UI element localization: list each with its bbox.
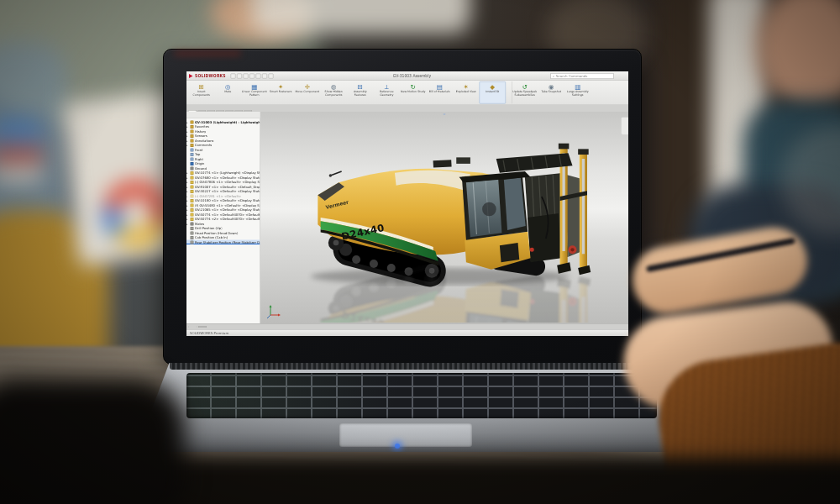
ribbon-button[interactable]: ✛ Move Component	[294, 81, 321, 104]
tree-item[interactable]: GV-10774 <1> (Lightweight) <Display Stat…	[186, 171, 260, 176]
ribbon-button[interactable]: ⟂ Reference Geometry	[374, 81, 401, 104]
status-bar: SOLIDWORKS Premium	[186, 330, 628, 337]
tree-item[interactable]: (f) GV-55480 <1> <Default> <Display Stat…	[186, 203, 260, 208]
ribbon-button[interactable]: ▦ Linear Component Pattern	[241, 81, 268, 104]
ribbon-button[interactable]: ◍ Show Hidden Components	[321, 81, 348, 104]
tree-item-icon	[191, 176, 194, 179]
tree-item-icon	[191, 194, 194, 197]
power-led	[395, 444, 400, 449]
tree-item-label: Drill Position (Up)	[195, 227, 223, 231]
tree-item-icon	[191, 231, 194, 234]
tree-item-label: Ground	[195, 166, 207, 171]
status-left-text: SOLIDWORKS Premium	[190, 331, 228, 335]
tree-item-label: (-) GV-07806 <1> <Default> <Display Stat…	[195, 181, 260, 185]
tree-item-label: Mates	[195, 222, 204, 226]
quick-access-icon[interactable]	[237, 73, 242, 78]
ribbon-button[interactable]: ⊟ Assembly Features	[347, 81, 374, 104]
ribbon-button-label: Bill of Materials	[429, 91, 450, 94]
tree-item-label: GV-10180 <1> <Default> <Display State-1>	[195, 199, 260, 203]
tree-item-icon	[191, 240, 194, 244]
ribbon-button[interactable]: ↻ New Motion Study	[400, 81, 427, 104]
tree-item-label: GV-30227 <1> <Default> <Display State-1>	[195, 190, 260, 194]
tree-item-label: Top	[195, 153, 200, 157]
tree-item[interactable]: GV-31003 (Lightweight) - Lightweight	[186, 120, 260, 125]
ribbon-button[interactable]: ▤ Bill of Materials	[427, 81, 454, 104]
search-input[interactable]: ⌕ Search Commands	[551, 73, 614, 79]
tree-item-label: Annotations	[195, 139, 214, 143]
tree-item[interactable]: Rear Stabilizer Position (Rear Stabilize…	[186, 240, 260, 245]
tree-item-label: Origin	[195, 162, 204, 166]
ribbon-button[interactable]: ◎ Mate	[215, 81, 242, 104]
tree-item[interactable]: (-) GV-07806 <1> <Default> <Display Stat…	[186, 180, 260, 185]
tree-toolbar	[186, 112, 260, 118]
ribbon-button[interactable]: ◉ Take Snapshot	[538, 81, 565, 104]
tree-item-icon	[191, 218, 194, 221]
tree-item-icon	[191, 190, 194, 193]
tree-item-icon	[191, 208, 194, 212]
laptop-base	[144, 363, 696, 452]
quick-access-icon[interactable]	[255, 73, 260, 78]
bottom-tab[interactable]	[198, 326, 207, 328]
search-placeholder: Search Commands	[556, 74, 588, 78]
task-pane-strip	[622, 117, 629, 135]
titlebar: SOLIDWORKS GV-31003 Assembly ⌕ Search Co…	[186, 71, 628, 81]
quick-access-icon[interactable]	[230, 73, 235, 78]
quick-access-icon[interactable]	[243, 73, 248, 78]
command-manager-ribbon: ⊞ Insert Components ◎ Mate ▦ Linear Comp…	[186, 81, 628, 105]
quick-access-icon[interactable]	[268, 73, 273, 78]
tree-item-icon	[191, 227, 194, 230]
tree-item[interactable]: (-) GV-07281 <1> <Default>	[186, 194, 260, 199]
tree-item[interactable]: GV-21065 <1> <Default> <Display State-1>	[186, 207, 260, 213]
tree-item-icon	[191, 125, 194, 129]
tree-item-label: GV-91007 <1> <Default> <Default_Display …	[195, 185, 260, 189]
tree-item-label: GV-31003 (Lightweight) - Lightweight	[195, 120, 260, 124]
tree-item-icon	[191, 139, 194, 142]
tree-item-label: GV-10774 <1> (Lightweight) <Display Stat…	[195, 171, 260, 176]
laptop-keyboard	[186, 373, 657, 418]
ribbon-button[interactable]: ▥ Large Assembly Settings	[564, 81, 591, 104]
photo-scene: SOLIDWORKS GV-31003 Assembly ⌕ Search Co…	[0, 0, 840, 504]
tree-item-label: Right	[195, 157, 203, 161]
tree-item[interactable]: GV-50774 <1> <Default4070> <Default4070_…	[186, 213, 260, 218]
solidworks-logo-icon	[189, 74, 193, 78]
ribbon-button-label: Instant3D	[486, 91, 499, 94]
quick-access-toolbar	[230, 73, 273, 78]
tree-item-label: GV-21065 <1> <Default> <Display State-1>	[195, 208, 260, 213]
ribbon-button-label: Exploded View	[456, 91, 476, 94]
ribbon-button[interactable]: ↺ Update Speedpak Subassemblies	[512, 81, 538, 104]
quick-access-icon[interactable]	[262, 73, 267, 78]
tree-item-label: Sensors	[195, 134, 207, 139]
tree-item-icon	[191, 181, 194, 184]
ribbon-button-label: Reference Geometry	[374, 91, 400, 97]
ribbon-button-label: Insert Components	[189, 91, 215, 97]
bottom-tab[interactable]	[189, 326, 197, 328]
tree-item-icon	[191, 129, 194, 133]
tree-item[interactable]: GV-91007 <1> <Default> <Default_Display …	[186, 185, 260, 190]
ribbon-button[interactable]: ◆ Instant3D	[480, 81, 507, 104]
tree-item-icon	[191, 213, 194, 216]
tree-item-icon	[191, 148, 194, 151]
tree-item-label: GV-50774 <1> <Default4070> <Default4070_…	[195, 213, 260, 217]
tree-item-icon	[191, 144, 194, 147]
ribbon-button-label: Assembly Features	[348, 91, 374, 97]
tree-item-icon	[191, 134, 194, 138]
foreground-shadow-left	[0, 378, 185, 504]
tree-item[interactable]: GV-10180 <1> <Default> <Display State-1>	[186, 198, 260, 203]
ribbon-button-label: Mate	[224, 91, 231, 94]
tree-item-label: History	[195, 129, 206, 134]
solidworks-window: SOLIDWORKS GV-31003 Assembly ⌕ Search Co…	[186, 71, 628, 336]
graphics-viewport[interactable]: Vermeer D24x40	[260, 112, 628, 323]
ribbon-button[interactable]: ✶ Exploded View	[453, 81, 480, 104]
ribbon-button[interactable]: ⊞ Insert Components	[188, 81, 215, 104]
ribbon-button[interactable]: ✦ Smart Fasteners	[268, 81, 295, 104]
ribbon-button-label: Move Component	[295, 91, 319, 94]
model-motion-tabs	[186, 323, 628, 330]
quick-access-icon[interactable]	[249, 73, 255, 78]
tree-item-label: Favorites	[195, 125, 209, 129]
tree-item-icon	[191, 157, 194, 160]
laptop-hinge	[170, 363, 670, 370]
tree-item-label: Front	[195, 148, 202, 152]
tree-item[interactable]: GV-07680 <1> <Default> <Display State-1>	[186, 176, 260, 181]
tree-item[interactable]: GV-50774 <2> <Default4070> <Default4070_…	[186, 217, 260, 222]
app-name: SOLIDWORKS	[195, 74, 226, 78]
